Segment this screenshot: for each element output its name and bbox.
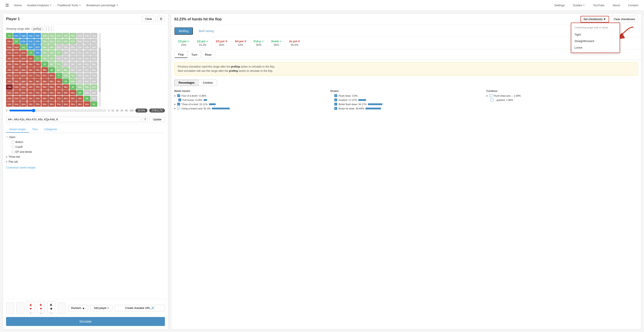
grid-cell[interactable]: 94s: [76, 62, 83, 67]
grid-cell[interactable]: 64o: [62, 90, 69, 95]
grid-cell[interactable]: K6o: [13, 78, 20, 84]
grid-cell[interactable]: AA: [6, 33, 13, 38]
grid-cell[interactable]: J7o: [27, 73, 34, 78]
grid-cell[interactable]: Q2o: [20, 101, 27, 107]
grid-cell[interactable]: J8s: [48, 50, 55, 56]
grid-cell[interactable]: Q9o: [20, 62, 27, 67]
grid-cell[interactable]: J7s: [56, 50, 62, 56]
grid-cell[interactable]: AQs: [20, 33, 27, 38]
grid-cell[interactable]: AJo: [6, 50, 13, 56]
hand-checkbox[interactable]: ✓: [177, 94, 180, 97]
simulate-button[interactable]: Simulate: [6, 317, 165, 326]
tab-bluff-raising[interactable]: Bluff raising: [195, 27, 218, 35]
grid-cell[interactable]: 64s: [76, 78, 83, 84]
grid-cell[interactable]: TT: [34, 56, 41, 61]
grid-cell[interactable]: T3o: [34, 96, 41, 101]
tab-river[interactable]: River: [201, 51, 216, 58]
grid-cell[interactable]: 98o: [42, 67, 48, 72]
random-button[interactable]: Random ▲: [68, 305, 88, 311]
help-button[interactable]: ?: [142, 117, 148, 122]
grid-cell[interactable]: A2o: [6, 101, 13, 107]
grid-cell[interactable]: T6o: [34, 78, 41, 84]
grid-cell[interactable]: Q8o: [20, 67, 27, 72]
grid-cell[interactable]: Q3o: [20, 96, 27, 101]
tree-three-bet[interactable]: ▶ Three bet: [6, 154, 165, 159]
card-slot-1[interactable]: [6, 302, 14, 314]
grid-cell[interactable]: 53s: [84, 84, 90, 90]
grid-cell[interactable]: A9o: [6, 62, 13, 67]
grid-cell[interactable]: K4o: [13, 90, 20, 95]
grid-cell[interactable]: 63s: [84, 78, 90, 84]
grid-cell[interactable]: KTo: [13, 56, 20, 61]
grid-cell[interactable]: A2s: [91, 33, 97, 38]
grid-cell[interactable]: 83o: [48, 96, 55, 101]
grid-cell[interactable]: 84o: [48, 90, 55, 95]
grid-cell[interactable]: Q7s: [56, 44, 62, 50]
grid-cell[interactable]: T8s: [48, 56, 55, 61]
card-x-3[interactable]: ×: [50, 312, 52, 315]
grid-cell[interactable]: 82s: [91, 67, 97, 72]
grid-cell[interactable]: 85s: [70, 67, 76, 72]
grid-cell[interactable]: KJs: [27, 39, 34, 44]
nav-breakeven-pct[interactable]: Breakeven percentage ▼: [84, 2, 121, 8]
grid-cell[interactable]: 76o: [56, 78, 62, 84]
grid-cell[interactable]: K3o: [13, 96, 20, 101]
grid-cell[interactable]: 62s: [91, 78, 97, 84]
grid-cell[interactable]: 96o: [42, 78, 48, 84]
grid-cell[interactable]: A3o: [6, 96, 13, 101]
grid-cell[interactable]: K2o: [13, 101, 20, 107]
grid-cell[interactable]: 92s: [91, 62, 97, 67]
grid-cell[interactable]: 54s: [76, 84, 83, 90]
grid-cell[interactable]: 77: [56, 73, 62, 78]
grid-cell[interactable]: 76s: [62, 73, 69, 78]
grid-cell[interactable]: A9s: [42, 33, 48, 38]
grid-cell[interactable]: K5o: [13, 84, 20, 90]
dropdown-item-tight[interactable]: Tight: [571, 31, 620, 38]
clear-button[interactable]: Clear: [142, 16, 156, 22]
grid-cell[interactable]: 32s: [91, 96, 97, 101]
grid-cell[interactable]: T4s: [76, 56, 83, 61]
hand-caret-icon[interactable]: ▶: [486, 95, 488, 97]
range-nav-prev[interactable]: ‹: [44, 26, 48, 31]
radio-button[interactable]: [12, 140, 14, 144]
tree-flat-call[interactable]: ▶ Flat call: [6, 159, 165, 164]
grid-cell[interactable]: 65s: [70, 78, 76, 84]
card-x-1[interactable]: ×: [30, 312, 31, 315]
grid-cell[interactable]: J9o: [27, 62, 34, 67]
grid-cell[interactable]: A4s: [76, 33, 83, 38]
grid-cell[interactable]: A5s: [70, 33, 76, 38]
dropdown-item-straightforward[interactable]: Straightforward: [571, 38, 620, 44]
card-x-2[interactable]: ×: [40, 312, 42, 315]
nav-traditional-tools[interactable]: Traditional Tools ▼: [55, 2, 83, 8]
grid-cell[interactable]: K2s: [91, 39, 97, 44]
tab-flop[interactable]: Flop: [174, 51, 188, 58]
tree-open[interactable]: ▼ Open: [6, 135, 165, 140]
grid-cell[interactable]: J2s: [91, 50, 97, 56]
grid-cell[interactable]: AKs: [13, 33, 20, 38]
grid-cell[interactable]: A7o: [6, 73, 13, 78]
grid-cell[interactable]: AJs: [27, 33, 34, 38]
grid-cell[interactable]: T4o: [34, 90, 41, 95]
grid-cell[interactable]: T5o: [34, 84, 41, 90]
grid-cell[interactable]: 62o: [62, 101, 69, 107]
grid-cell[interactable]: 72s: [91, 73, 97, 78]
grid-cell[interactable]: KK: [13, 39, 20, 44]
grid-cell[interactable]: K8o: [13, 67, 20, 72]
grid-cell[interactable]: J5s: [70, 50, 76, 56]
clear-checkboxes-button[interactable]: Clear checkboxes: [611, 16, 638, 22]
tree-item-ep[interactable]: EP and blinds: [12, 150, 165, 154]
grid-cell[interactable]: 82o: [48, 101, 55, 107]
tab-turn[interactable]: Turn: [188, 51, 201, 58]
grid-cell[interactable]: A4o: [6, 90, 13, 95]
grid-cell[interactable]: KQo: [13, 44, 20, 50]
hand-checkbox[interactable]: ✓: [178, 98, 181, 101]
grid-cell[interactable]: 87s: [56, 67, 62, 72]
grid-cell[interactable]: Q5s: [70, 44, 76, 50]
grid-cell[interactable]: Q7o: [20, 73, 27, 78]
grid-cell[interactable]: 73o: [56, 96, 62, 101]
king-hearts-card[interactable]: K ♥: [37, 301, 45, 312]
grid-cell[interactable]: A7s: [56, 33, 62, 38]
combos-button[interactable]: Combos: [198, 80, 217, 86]
grid-cell[interactable]: 83s: [84, 67, 90, 72]
grid-cell[interactable]: ATs: [34, 33, 41, 38]
